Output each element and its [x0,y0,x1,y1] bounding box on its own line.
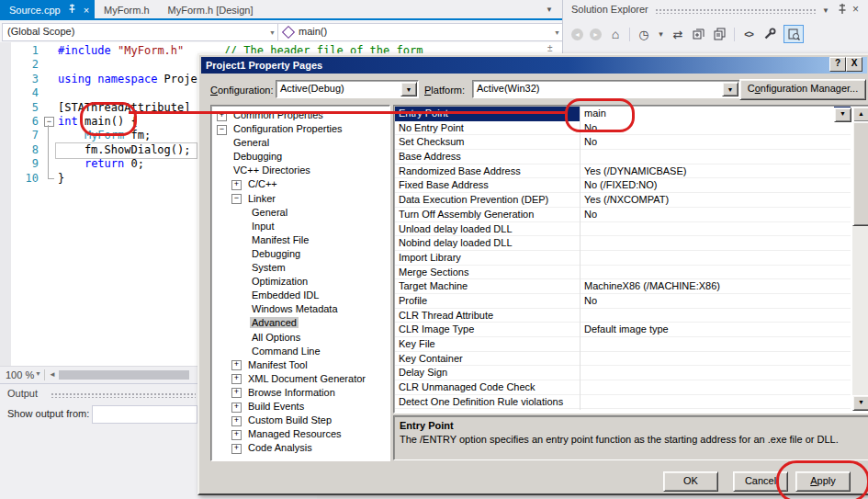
window-position-dropdown-icon[interactable]: ▼ [822,6,829,15]
tab-source-cpp[interactable]: Source.cpp× [0,0,95,20]
tree-item-managed-resources[interactable]: +Managed Resources [211,427,389,441]
pin-icon[interactable] [68,0,76,20]
configuration-dropdown[interactable]: Active(Debug) ▼ [276,80,419,98]
tree-item-general[interactable]: General [211,136,389,150]
view-code-icon[interactable]: <> [741,27,756,41]
property-row[interactable]: Set ChecksumNo [395,135,851,150]
close-icon[interactable]: × [84,0,89,20]
property-row[interactable]: ProfileNo [395,294,851,309]
chevron-down-icon[interactable]: ▼ [554,25,560,40]
property-value-editfield[interactable]: main [580,107,834,121]
collapse-icon[interactable]: − [231,194,242,204]
show-output-from-dropdown[interactable] [92,405,197,424]
forward-icon[interactable]: ► [590,28,602,40]
hscroll-thumb[interactable] [59,370,189,380]
tree-item-general[interactable]: General [211,206,389,220]
tree-item-xml-document-generator[interactable]: +XML Document Generator [211,372,389,386]
pending-changes-icon[interactable]: ◷ [637,27,651,41]
tree-item-advanced[interactable]: Advanced [211,316,389,330]
dialog-title-bar[interactable]: Project1 Property Pages [201,57,867,74]
property-row[interactable]: Import Library [395,251,851,266]
tree-item-c-c-[interactable]: +C/C++ [211,177,389,191]
tree-item-input[interactable]: Input [211,220,389,233]
tree-item-custom-build-step[interactable]: +Custom Build Step [211,414,389,427]
scroll-left-icon[interactable]: ◄ [49,370,56,379]
tree-item-build-events[interactable]: +Build Events [211,400,389,414]
chevron-down-icon[interactable]: ▼ [400,82,417,96]
tree-item-debugging[interactable]: Debugging [211,150,389,164]
back-icon[interactable]: ◄ [571,28,583,40]
grid-vscrollbar[interactable]: ▲ ▼ [852,107,868,411]
collapse-all-icon[interactable] [692,27,706,41]
expand-icon[interactable]: + [231,430,242,440]
property-row[interactable]: Key File [395,337,851,352]
expand-icon[interactable]: + [231,416,242,426]
home-icon[interactable]: ⌂ [608,27,623,41]
close-icon[interactable]: × [852,3,859,16]
property-row[interactable]: Data Execution Prevention (DEP)Yes (/NXC… [395,193,851,208]
collapse-icon[interactable]: − [217,125,227,135]
preview-selected-items-icon[interactable] [783,25,804,43]
chevron-down-icon[interactable]: ▼ [722,82,738,96]
grid-column-divider[interactable] [580,107,581,410]
refresh-icon[interactable]: ⇄ [671,27,685,41]
tab-list-dropdown-icon[interactable]: ▼ [546,6,553,14]
chevron-down-icon[interactable]: ▼ [35,370,41,377]
scroll-down-icon[interactable]: ▼ [852,395,868,411]
expand-icon[interactable]: + [217,111,227,121]
tree-item-code-analysis[interactable]: +Code Analysis [211,441,389,455]
property-row[interactable]: Detect One Definition Rule violations [395,395,851,410]
property-row[interactable]: Nobind delay loaded DLL [395,236,851,251]
vscroll-thumb[interactable] [852,121,868,226]
configuration-manager-button[interactable]: Configuration Manager... [739,79,866,100]
apply-button[interactable]: Apply [795,471,851,492]
expand-icon[interactable]: + [231,360,242,370]
property-row[interactable]: CLR Unmanaged Code Check [395,380,851,395]
property-row[interactable]: Unload delay loaded DLL [395,222,851,237]
property-row[interactable]: Fixed Base AddressNo (/FIXED:NO) [395,178,851,193]
tab-myform-h-design-[interactable]: MyForm.h [Design] [159,0,263,20]
member-dropdown[interactable]: main() ▼ [277,23,565,41]
properties-wrench-icon[interactable] [762,27,777,41]
expand-icon[interactable]: + [231,403,242,413]
property-row[interactable]: Merge Sections [395,266,851,280]
scroll-up-icon[interactable]: ▲ [852,107,868,122]
tree-item-all-options[interactable]: All Options [211,331,389,345]
tree-item-browse-information[interactable]: +Browse Information [211,386,389,400]
tab-myform-h[interactable]: MyForm.h [95,0,159,20]
chevron-down-icon[interactable]: ▼ [269,25,276,40]
expand-icon[interactable]: + [231,388,242,398]
tree-item-command-line[interactable]: Command Line [211,345,389,358]
property-row[interactable]: Randomized Base AddressYes (/DYNAMICBASE… [395,164,851,179]
property-row[interactable]: Key Container [395,352,851,367]
tree-item-configuration-properties[interactable]: −Configuration Properties [211,122,389,136]
tree-item-debugging[interactable]: Debugging [211,247,389,261]
editor-zoom-dropdown[interactable]: 100 % [6,369,34,380]
tree-item-manifest-file[interactable]: Manifest File [211,233,389,247]
help-icon[interactable]: ? [829,57,846,72]
platform-dropdown[interactable]: Active(Win32) ▼ [472,80,740,98]
property-row[interactable]: Delay Sign [395,366,851,380]
tree-item-embedded-idl[interactable]: Embedded IDL [211,289,389,302]
fold-collapse-icon[interactable]: − [44,117,54,127]
outlining-indicator-icon[interactable]: ± [547,43,553,53]
property-row[interactable]: No Entry PointNo [395,121,851,136]
scope-dropdown[interactable]: (Global Scope) ▼ [2,23,280,41]
expand-icon[interactable]: + [231,180,242,190]
tree-item-linker[interactable]: −Linker [211,192,389,206]
expand-icon[interactable]: + [231,444,242,454]
value-dropdown-icon[interactable]: ▼ [834,108,851,122]
close-icon[interactable]: X [846,57,862,72]
tree-item-manifest-tool[interactable]: +Manifest Tool [211,358,389,372]
property-row[interactable]: CLR Image TypeDefault image type [395,323,851,337]
property-row[interactable]: Turn Off Assembly GenerationNo [395,208,851,222]
tree-item-system[interactable]: System [211,261,389,275]
property-row[interactable]: Base Address [395,150,851,164]
tree-item-common-properties[interactable]: +Common Properties [211,108,389,122]
pin-icon[interactable] [837,3,848,15]
tree-item-vc-directories[interactable]: VC++ Directories [211,164,389,177]
breakpoint-margin[interactable] [0,42,11,366]
chevron-down-icon[interactable]: ▾ [658,27,664,41]
tree-item-windows-metadata[interactable]: Windows Metadata [211,302,389,316]
property-row[interactable]: Entry Pointmain▼ [395,107,851,121]
